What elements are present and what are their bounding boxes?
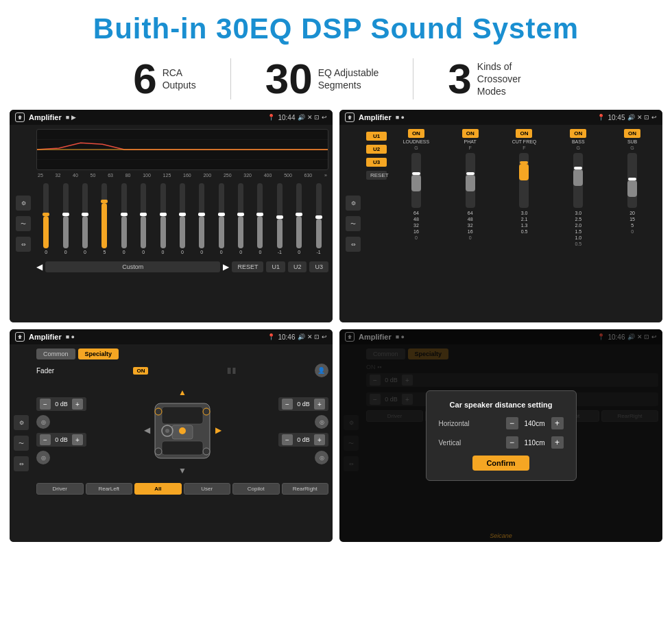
- tab-specialty-3[interactable]: Specialty: [78, 348, 119, 359]
- eq-slider-3[interactable]: 5: [101, 183, 107, 255]
- db-minus-tl[interactable]: −: [40, 399, 51, 410]
- eq-icon-1[interactable]: ⚙: [16, 196, 31, 211]
- time-2: 10:45: [608, 114, 625, 121]
- cross-icon-1[interactable]: ⚙: [346, 196, 361, 211]
- page-title: Buith-in 30EQ DSP Sound System: [0, 12, 672, 45]
- vertical-minus[interactable]: −: [506, 436, 518, 449]
- db-plus-bl[interactable]: +: [72, 434, 83, 445]
- fader-icon-3[interactable]: ⇔: [14, 456, 29, 471]
- eq-slider-7[interactable]: 0: [180, 183, 185, 255]
- sub-slider[interactable]: [627, 153, 637, 208]
- eq-slider-1[interactable]: 0: [63, 183, 69, 255]
- cross-u-col: U1 U2 U3 RESET: [366, 129, 387, 318]
- eq-slider-6[interactable]: 0: [160, 183, 166, 255]
- cross-col-loudness: ON LOUDNESS G 64 48 32 16 0: [390, 129, 442, 246]
- stat-label-eq: EQ AdjustableSegments: [318, 67, 379, 91]
- svg-point-11: [155, 448, 162, 455]
- copilot-btn[interactable]: Copilot: [232, 483, 280, 495]
- horizontal-label: Horizontal: [439, 420, 480, 427]
- cutfreq-toggle[interactable]: ON: [516, 129, 532, 138]
- reset-cross-btn[interactable]: RESET: [366, 171, 387, 180]
- horizontal-plus[interactable]: +: [551, 417, 564, 429]
- eq-slider-10[interactable]: 0: [238, 183, 243, 255]
- eq-slider-11[interactable]: 0: [257, 183, 263, 255]
- tab-common-3[interactable]: Common: [36, 348, 75, 359]
- u2-button-1[interactable]: U2: [288, 261, 307, 272]
- fader-icon-2[interactable]: 〜: [14, 436, 29, 451]
- u1-button-1[interactable]: U1: [266, 261, 285, 272]
- eq-icon-2[interactable]: 〜: [16, 216, 31, 231]
- u3-cross-btn[interactable]: U3: [366, 158, 387, 167]
- all-btn[interactable]: All: [134, 483, 182, 495]
- sub-toggle[interactable]: ON: [624, 129, 640, 138]
- time-3: 10:46: [278, 333, 295, 341]
- fader-icon-1[interactable]: ⚙: [14, 415, 29, 430]
- rear-right-btn[interactable]: RearRight: [282, 483, 329, 495]
- screen-crossover: Amplifier ■ ● 📍 10:45 🔊 ✕ ⊡ ↩ ⚙ 〜 ⇔ U1 U…: [339, 110, 662, 322]
- eq-slider-8[interactable]: 0: [199, 183, 204, 255]
- app-title-2: Amplifier: [359, 113, 392, 121]
- u1-cross-btn[interactable]: U1: [366, 132, 387, 141]
- reset-button-1[interactable]: RESET: [232, 261, 263, 272]
- home-icon-2[interactable]: [345, 113, 355, 122]
- phat-slider[interactable]: [466, 153, 475, 208]
- eq-slider-12[interactable]: -1: [277, 183, 283, 255]
- svg-point-9: [155, 408, 162, 415]
- eq-content: ⚙ 〜 ⇔: [10, 125, 333, 322]
- db-plus-tr[interactable]: +: [314, 399, 325, 410]
- fader-header: Fader ON || || 👤: [36, 364, 328, 377]
- eq-slider-9[interactable]: 0: [219, 183, 224, 255]
- eq-sliders: 0 0 0 5 0: [36, 180, 328, 256]
- horizontal-minus[interactable]: −: [506, 417, 518, 429]
- eq-slider-2[interactable]: 0: [82, 183, 88, 255]
- next-button[interactable]: ▶: [223, 262, 229, 272]
- eq-main: 253240 506380 100125160 200250320 400500…: [36, 129, 328, 318]
- eq-slider-4[interactable]: 0: [121, 183, 127, 255]
- eq-slider-13[interactable]: 0: [296, 183, 302, 255]
- cutfreq-slider[interactable]: [519, 153, 529, 208]
- user-btn[interactable]: User: [184, 483, 231, 495]
- u2-cross-btn[interactable]: U2: [366, 145, 387, 154]
- db-minus-bl[interactable]: −: [40, 434, 51, 445]
- u3-button-1[interactable]: U3: [309, 261, 328, 272]
- fader-sidebar: ⚙ 〜 ⇔: [14, 348, 33, 538]
- fader-settings-icon[interactable]: 👤: [315, 364, 328, 377]
- eq-slider-0[interactable]: 0: [43, 183, 49, 255]
- cross-icon-2[interactable]: 〜: [346, 216, 361, 231]
- db-plus-tl[interactable]: +: [72, 399, 83, 410]
- eq-icon-3[interactable]: ⇔: [16, 237, 31, 252]
- driver-btn[interactable]: Driver: [36, 483, 84, 495]
- dialog-vertical-row: Vertical − 110cm +: [439, 436, 564, 449]
- home-icon-1[interactable]: [15, 113, 25, 122]
- rear-left-btn[interactable]: RearLeft: [86, 483, 133, 495]
- fader-tabs: Common Specialty: [36, 348, 328, 359]
- status-bar-1: Amplifier ■ ▶ 📍 10:44 🔊 ✕ ⊡ ↩: [10, 110, 333, 125]
- speaker-tr: ◎: [315, 415, 328, 429]
- car-diagram: ▲ ▼ ◀ ▶: [91, 383, 274, 479]
- vertical-plus[interactable]: +: [551, 436, 564, 449]
- prev-button[interactable]: ◀: [36, 262, 43, 272]
- status-bar-3: Amplifier ■ ● 📍 10:46 🔊 ✕ ⊡ ↩: [10, 329, 333, 344]
- db-minus-tr[interactable]: −: [282, 399, 293, 410]
- phat-toggle[interactable]: ON: [462, 129, 479, 138]
- eq-slider-5[interactable]: 0: [141, 183, 146, 255]
- db-plus-br[interactable]: +: [314, 434, 325, 445]
- left-controls: − 0 dB + ◎ − 0 dB + ◎: [36, 397, 86, 464]
- bass-slider[interactable]: [573, 153, 583, 208]
- confirm-button[interactable]: Confirm: [472, 456, 529, 471]
- home-icon-3[interactable]: [15, 332, 25, 342]
- svg-point-12: [203, 448, 210, 455]
- loudness-slider[interactable]: [411, 153, 421, 208]
- db-minus-br[interactable]: −: [282, 434, 293, 445]
- fader-bottom-buttons: Driver RearLeft All User Copilot RearRig…: [36, 483, 328, 495]
- cross-col-phat: ON PHAT F 64 48 32 16 0: [444, 129, 496, 246]
- speaker-bl: ◎: [36, 451, 50, 464]
- stat-number-eq: 30: [265, 58, 313, 100]
- loudness-toggle[interactable]: ON: [408, 129, 424, 138]
- fader-label: Fader: [36, 367, 54, 375]
- eq-slider-14[interactable]: -1: [316, 183, 322, 255]
- fader-content: ⚙ 〜 ⇔ Common Specialty Fader ON || || 👤: [10, 344, 333, 542]
- cross-icon-3[interactable]: ⇔: [346, 237, 361, 252]
- fader-diagram-area: − 0 dB + ◎ − 0 dB + ◎: [36, 383, 328, 479]
- bass-toggle[interactable]: ON: [570, 129, 586, 138]
